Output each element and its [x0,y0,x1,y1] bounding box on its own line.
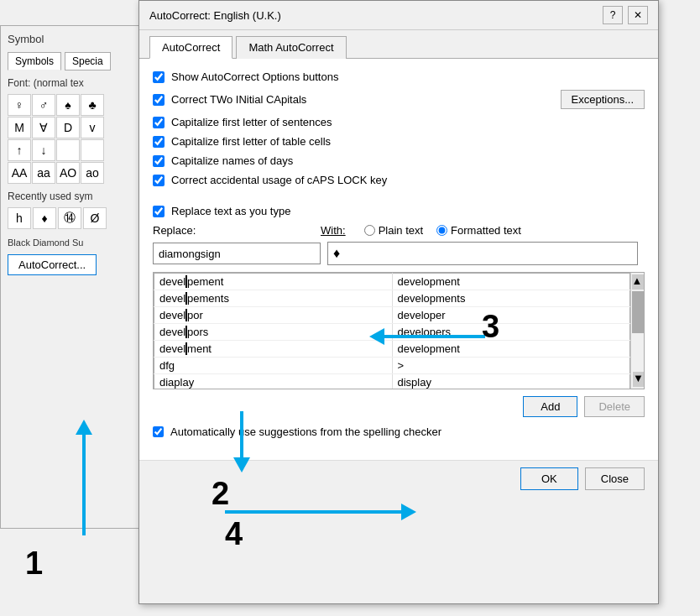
font-label: Font: (normal tex [8,77,139,89]
with-label: With: [321,224,346,237]
tab-special[interactable]: Specia [65,52,111,70]
add-delete-row: Add Delete [153,396,645,417]
replace-section: Replace text as you type Replace: With: … [153,205,645,438]
symbol-panel: Symbol Symbols Specia Font: (normal tex … [0,25,147,529]
annotation-label-3: 3 [482,309,499,345]
symbol-cell[interactable]: ↑ [8,139,31,161]
symbol-panel-title: Symbol [8,33,139,45]
delete-button[interactable]: Delete [584,396,645,417]
annotation-arrow-1 [76,420,92,535]
symbol-cell[interactable] [81,139,104,161]
replace-label: Replace: [153,224,321,237]
checkbox-cap-days[interactable] [153,155,165,167]
ok-button[interactable]: OK [520,467,578,490]
auto-suggest-label: Automatically use suggestions from the s… [170,425,441,438]
with-input-display: ♦ [327,242,638,265]
dialog-tabs: AutoCorrect Math AutoCorrect [139,30,658,59]
checkbox-show-options[interactable] [153,71,165,83]
checkbox-row-two-initial: Correct TWo INitial CApitals Exceptions.… [153,90,645,109]
checkbox-row-cap-days: Capitalize names of days [153,154,645,167]
checkbox-row-replace: Replace text as you type [153,205,645,217]
scroll-thumb[interactable] [632,291,644,333]
table-row[interactable]: diaplay display [154,374,630,390]
checkbox-cap-sentences[interactable] [153,117,165,128]
tab-symbols[interactable]: Symbols [8,52,61,70]
auto-suggest-row: Automatically use suggestions from the s… [153,425,645,438]
replace-table: develpement development develpements dev… [154,273,630,389]
table-row[interactable]: dfg > [154,358,630,374]
table-row[interactable]: develpement development [154,274,630,290]
radio-formatted-text: Formatted text [451,224,521,237]
checkbox-row-cap-table: Capitalize first letter of table cells [153,135,645,148]
recent-symbols: h ♦ ⑭ Ø [8,207,139,229]
checkbox-replace[interactable] [153,206,165,217]
checkbox-auto-suggest[interactable] [153,426,164,437]
recent-cell[interactable]: h [8,207,31,229]
symbol-cell[interactable] [56,139,80,161]
recent-cell[interactable]: Ø [83,207,107,229]
recently-used-label: Recently used sym [8,191,139,202]
recent-cell[interactable]: ♦ [33,207,56,229]
radio-formatted[interactable] [436,225,447,236]
table-row[interactable]: develpors developers [154,324,630,341]
symbol-cell[interactable]: v [81,117,104,138]
add-button[interactable]: Add [523,396,577,417]
symbol-cell[interactable]: aa [32,162,55,184]
black-diamond-label: Black Diamond Su [8,238,139,248]
checkbox-row-caps-lock: Correct accidental usage of cAPS LOCK ke… [153,174,645,186]
annotation-label-4: 4 [225,516,243,552]
dialog-close-button[interactable]: Close [585,467,645,490]
checkbox-row-show-options: Show AutoCorrect Options buttons [153,70,645,83]
checkbox-caps-lock[interactable] [153,175,165,186]
radio-plain-label[interactable]: Plain text [364,224,423,237]
symbol-grid: ♀ ♂ ♠ ♣ M ∀ D v ↑ ↓ AA aa AO ao [8,94,139,184]
checkbox-cap-days-label: Capitalize names of days [171,154,293,167]
tab-autocorrect[interactable]: AutoCorrect [149,36,232,59]
symbol-cell[interactable]: AO [56,162,80,184]
scrollbar[interactable]: ▲ ▼ [630,273,644,389]
radio-plain[interactable] [364,225,375,236]
table-row[interactable]: develpor developer [154,307,630,324]
scroll-up-arrow[interactable]: ▲ [632,274,644,290]
checkbox-two-initial-label: Correct TWo INitial CApitals [171,93,306,106]
checkbox-two-initial[interactable] [153,94,165,106]
annotation-label-2: 2 [212,476,229,512]
exceptions-button[interactable]: Exceptions... [561,90,645,109]
radio-plain-text: Plain text [379,224,423,237]
symbol-cell[interactable]: ♂ [32,94,55,116]
scroll-down-arrow[interactable]: ▼ [633,372,645,387]
replace-input[interactable] [153,243,321,264]
checkbox-cap-table[interactable] [153,136,165,148]
checkbox-cap-table-label: Capitalize first letter of table cells [171,135,331,148]
symbol-tabs: Symbols Specia [8,52,139,70]
dialog-titlebar: AutoCorrect: English (U.K.) ? ✕ [139,1,658,30]
symbol-cell[interactable]: ↓ [32,139,55,161]
symbol-cell[interactable]: ao [81,162,104,184]
symbol-cell[interactable]: M [8,117,31,138]
autocorrect-button[interactable]: AutoCorrect... [8,254,97,275]
replace-checkbox-label: Replace text as you type [171,205,290,217]
checkbox-cap-sentences-label: Capitalize first letter of sentences [171,116,332,128]
checkbox-caps-lock-label: Correct accidental usage of cAPS LOCK ke… [171,174,387,186]
dialog-content: Show AutoCorrect Options buttons Correct… [139,59,658,460]
symbol-cell[interactable]: ♣ [81,94,104,116]
replace-inputs: ♦ [153,242,645,265]
table-row[interactable]: develment development [154,341,630,358]
symbol-cell[interactable]: D [56,117,80,138]
help-button[interactable]: ? [603,6,623,24]
replace-table-container: develpement development develpements dev… [153,272,645,389]
symbol-cell[interactable]: AA [8,162,31,184]
close-dialog-button[interactable]: ✕ [628,6,648,24]
radio-group: Plain text Formatted text [364,224,521,237]
radio-formatted-label[interactable]: Formatted text [436,224,521,237]
symbol-cell[interactable]: ♀ [8,94,31,116]
checkbox-show-options-label: Show AutoCorrect Options buttons [171,70,338,83]
table-row[interactable]: develpements developments [154,290,630,307]
annotation-label-1: 1 [25,546,43,582]
symbol-cell[interactable]: ♠ [56,94,80,116]
checkbox-row-cap-sentences: Capitalize first letter of sentences [153,116,645,128]
autocorrect-dialog: AutoCorrect: English (U.K.) ? ✕ AutoCorr… [138,0,659,604]
symbol-cell[interactable]: ∀ [32,117,55,138]
tab-math-autocorrect[interactable]: Math AutoCorrect [236,36,346,59]
recent-cell[interactable]: ⑭ [58,207,81,229]
